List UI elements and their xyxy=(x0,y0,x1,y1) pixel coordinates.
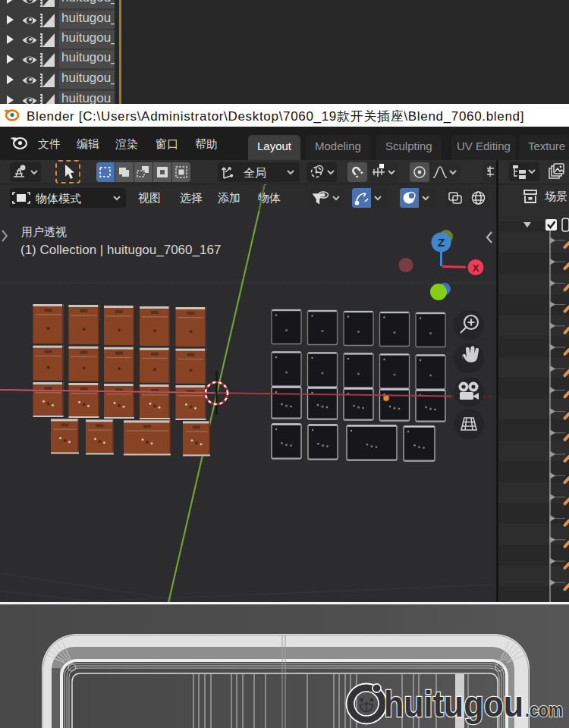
svg-text:Z: Z xyxy=(438,236,445,249)
svg-text:huitugou: huitugou xyxy=(384,684,523,724)
svg-text:X: X xyxy=(473,262,479,274)
svg-text:.com: .com xyxy=(525,699,563,720)
